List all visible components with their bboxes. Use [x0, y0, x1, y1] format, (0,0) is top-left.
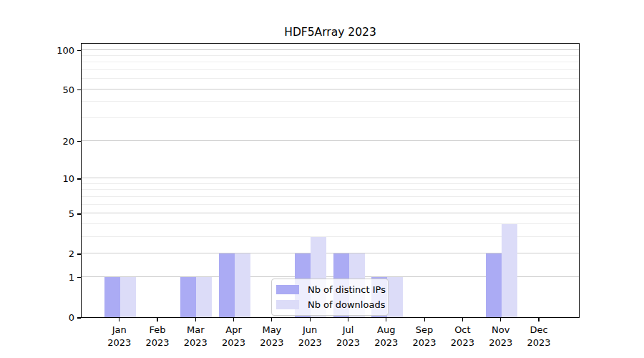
- gridline-minor: [82, 62, 579, 62]
- x-tick-mark: [119, 318, 119, 321]
- x-tick-mark: [386, 318, 386, 321]
- y-tick-label: 1: [0, 272, 74, 284]
- bar-nov-nb-of-downloads: [502, 224, 517, 317]
- y-tick-mark: [77, 277, 81, 278]
- gridline-minor: [82, 117, 579, 118]
- bar-aug-nb-of-downloads: [387, 277, 403, 317]
- legend-item-distinct-ips: Nb of distinct IPs: [276, 284, 382, 296]
- bar-nov-nb-of-distinct-ips: [486, 253, 502, 317]
- legend-label: Nb of downloads: [308, 299, 385, 311]
- y-tick-mark: [77, 213, 81, 214]
- gridline-major: [82, 140, 579, 141]
- x-tick-mark: [195, 318, 196, 321]
- bar-mar-nb-of-distinct-ips: [180, 277, 196, 317]
- x-tick-label-dec: Dec 2023: [516, 324, 562, 349]
- y-tick-mark: [77, 141, 81, 142]
- gridline-minor: [82, 196, 579, 197]
- x-tick-mark: [424, 318, 425, 321]
- x-tick-mark: [538, 318, 539, 321]
- legend-label: Nb of distinct IPs: [308, 284, 386, 296]
- x-tick-mark: [310, 318, 311, 321]
- y-tick-label: 0: [0, 312, 74, 324]
- legend: Nb of distinct IPs Nb of downloads: [271, 279, 389, 316]
- gridline-minor: [82, 78, 579, 79]
- bar-jan-nb-of-distinct-ips: [104, 277, 120, 317]
- gridline-major: [82, 89, 579, 90]
- gridline-minor: [82, 55, 579, 56]
- x-tick-mark: [500, 318, 501, 321]
- x-tick-mark: [271, 318, 272, 321]
- gridline-major: [82, 213, 579, 213]
- x-tick-mark: [348, 318, 348, 321]
- y-tick-label: 5: [0, 208, 74, 220]
- legend-swatch-downloads: [276, 300, 299, 309]
- legend-item-downloads: Nb of downloads: [276, 299, 382, 311]
- y-tick-label: 100: [0, 45, 74, 57]
- y-tick-mark: [77, 90, 81, 90]
- y-tick-mark: [77, 253, 81, 254]
- plot-area: Nb of distinct IPs Nb of downloads: [81, 43, 580, 318]
- y-tick-mark: [77, 178, 81, 179]
- y-tick-label: 50: [0, 84, 74, 96]
- y-tick-label: 2: [0, 248, 74, 260]
- y-tick-label: 20: [0, 136, 74, 147]
- bar-apr-nb-of-distinct-ips: [219, 253, 235, 317]
- gridline-major: [82, 178, 579, 178]
- x-tick-mark: [233, 318, 234, 321]
- bar-jan-nb-of-downloads: [120, 277, 136, 317]
- bar-mar-nb-of-downloads: [196, 277, 212, 317]
- bar-apr-nb-of-downloads: [235, 253, 250, 317]
- y-tick-mark: [77, 317, 81, 318]
- figure: HDF5Array 2023 Nb of distinct IPs Nb of …: [0, 0, 644, 358]
- gridline-minor: [82, 189, 579, 190]
- y-tick-mark: [77, 50, 81, 51]
- chart-title: HDF5Array 2023: [81, 26, 580, 40]
- x-tick-mark: [462, 318, 463, 321]
- gridline-minor: [82, 204, 579, 205]
- legend-swatch-distinct-ips: [276, 285, 299, 294]
- gridline-minor: [82, 183, 579, 184]
- gridline-minor: [82, 101, 579, 102]
- y-tick-label: 10: [0, 173, 74, 185]
- x-tick-mark: [157, 318, 157, 321]
- gridline-major: [82, 49, 579, 50]
- gridline-minor: [82, 69, 579, 70]
